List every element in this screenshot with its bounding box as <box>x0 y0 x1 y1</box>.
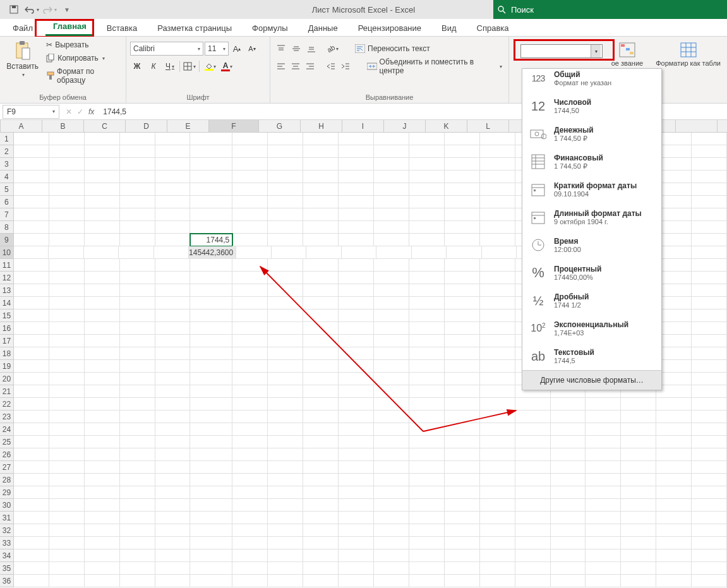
cell[interactable] <box>692 335 727 347</box>
cell[interactable] <box>155 448 191 461</box>
cell[interactable] <box>120 461 155 474</box>
cell[interactable] <box>339 360 374 373</box>
cell[interactable] <box>268 158 303 171</box>
cell[interactable] <box>480 537 515 549</box>
cell[interactable] <box>120 499 155 512</box>
cell[interactable] <box>303 474 339 486</box>
row-header[interactable]: 22 <box>0 398 14 411</box>
cell[interactable] <box>85 436 120 448</box>
cell[interactable] <box>49 145 85 158</box>
cell[interactable] <box>49 196 85 208</box>
cell[interactable] <box>374 398 409 411</box>
cell[interactable] <box>374 562 409 575</box>
row-header[interactable]: 24 <box>0 423 14 436</box>
cell[interactable] <box>120 297 155 309</box>
border-button[interactable]: ▾ <box>183 59 196 73</box>
cell[interactable] <box>586 461 621 474</box>
cell[interactable] <box>374 335 409 347</box>
cell[interactable] <box>49 486 85 499</box>
row-header[interactable]: 2 <box>0 145 14 158</box>
col-header[interactable]: F <box>209 120 259 132</box>
row-header[interactable]: 9 <box>0 234 14 246</box>
cell[interactable] <box>155 499 191 512</box>
col-header[interactable]: K <box>426 120 467 132</box>
cell[interactable] <box>303 309 339 322</box>
cell[interactable] <box>155 145 191 158</box>
cell[interactable] <box>374 234 409 246</box>
cell[interactable] <box>374 474 409 486</box>
cell[interactable] <box>155 436 191 448</box>
cell[interactable] <box>339 196 374 208</box>
tab-file[interactable]: Файл <box>5 20 40 36</box>
cell[interactable] <box>49 499 85 512</box>
cell[interactable] <box>586 575 621 587</box>
align-center-button[interactable] <box>289 59 302 73</box>
cell[interactable] <box>190 259 232 272</box>
cell[interactable] <box>85 486 120 499</box>
tab-insert[interactable]: Вставка <box>99 20 145 36</box>
cell[interactable] <box>445 297 480 309</box>
cell[interactable] <box>14 373 49 385</box>
cell[interactable] <box>14 246 49 259</box>
cell[interactable] <box>339 537 374 549</box>
cell[interactable] <box>268 575 303 587</box>
decrease-font-button[interactable]: A▾ <box>245 42 259 56</box>
cell[interactable] <box>232 474 268 486</box>
cell[interactable] <box>14 423 49 436</box>
cell[interactable] <box>120 322 155 335</box>
cell[interactable] <box>692 575 727 587</box>
cell[interactable] <box>445 423 480 436</box>
cell[interactable] <box>374 448 409 461</box>
row-header[interactable]: 3 <box>0 158 14 171</box>
cell[interactable] <box>120 448 155 461</box>
cell[interactable] <box>190 512 232 524</box>
cell[interactable] <box>232 512 268 524</box>
cell[interactable] <box>482 246 517 259</box>
cell[interactable] <box>445 284 480 297</box>
cell[interactable] <box>515 562 551 575</box>
merge-center-button[interactable]: Объединить и поместить в центре▾ <box>364 56 505 76</box>
cell[interactable] <box>85 208 120 221</box>
cell[interactable] <box>374 196 409 208</box>
cell[interactable] <box>14 158 49 171</box>
cell[interactable] <box>120 360 155 373</box>
cell[interactable] <box>303 373 339 385</box>
cell[interactable] <box>303 398 339 411</box>
cell[interactable] <box>621 486 656 499</box>
cell[interactable] <box>409 499 445 512</box>
cell[interactable] <box>232 411 268 423</box>
cell[interactable] <box>621 423 656 436</box>
cell[interactable] <box>409 486 445 499</box>
cell[interactable] <box>232 499 268 512</box>
cell[interactable] <box>120 549 155 562</box>
cell[interactable] <box>303 208 339 221</box>
cell[interactable]: 1744,5 <box>190 234 232 246</box>
format-option-3[interactable]: Финансовый1 744,50 ₽ <box>522 148 661 176</box>
cell[interactable] <box>339 158 374 171</box>
cell[interactable] <box>339 373 374 385</box>
cell[interactable] <box>445 436 480 448</box>
cell[interactable] <box>374 549 409 562</box>
cell[interactable] <box>445 171 480 183</box>
cut-button[interactable]: ✂Вырезать <box>44 39 122 51</box>
cell[interactable] <box>692 537 727 549</box>
cell[interactable] <box>551 575 586 587</box>
cell[interactable] <box>85 385 120 398</box>
cell[interactable] <box>409 537 445 549</box>
cell[interactable] <box>268 171 303 183</box>
cell[interactable] <box>268 512 303 524</box>
cell[interactable] <box>155 524 191 537</box>
cell[interactable] <box>190 145 232 158</box>
font-color-button[interactable]: А▾ <box>219 59 232 73</box>
cell[interactable] <box>120 335 155 347</box>
cell[interactable] <box>692 360 727 373</box>
format-painter-button[interactable]: Формат по образцу <box>44 66 122 86</box>
cell[interactable] <box>445 411 480 423</box>
cell[interactable] <box>155 335 191 347</box>
cell[interactable] <box>120 183 155 196</box>
cell[interactable] <box>692 183 727 196</box>
cell[interactable] <box>232 486 268 499</box>
cell[interactable] <box>480 196 515 208</box>
cell[interactable] <box>586 499 621 512</box>
row-header[interactable]: 35 <box>0 562 14 575</box>
